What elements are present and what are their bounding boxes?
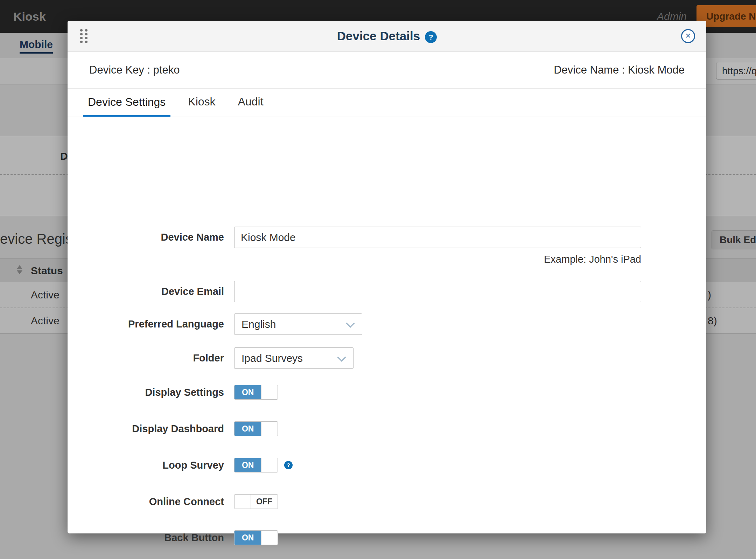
chevron-down-icon bbox=[337, 353, 346, 361]
toggle-knob bbox=[234, 495, 251, 509]
toggle-on-label: ON bbox=[234, 422, 261, 436]
display-settings-toggle[interactable]: ON bbox=[234, 385, 278, 400]
modal-title-text: Device Details bbox=[337, 29, 420, 43]
tab-kiosk[interactable]: Kiosk bbox=[183, 89, 220, 117]
device-key-text: Device Key : pteko bbox=[89, 52, 180, 88]
toggle-knob bbox=[261, 458, 278, 472]
preferred-language-label: Preferred Language bbox=[68, 313, 224, 335]
device-email-label: Device Email bbox=[68, 281, 224, 302]
tab-device-settings[interactable]: Device Settings bbox=[83, 89, 170, 117]
modal-tab-bar: Device Settings Kiosk Audit bbox=[68, 89, 706, 117]
modal-title: Device Details? bbox=[68, 21, 706, 51]
online-connect-toggle[interactable]: OFF bbox=[234, 494, 278, 509]
toggle-on-label: ON bbox=[234, 531, 261, 545]
modal-subheader: Device Key : pteko Device Name : Kiosk M… bbox=[68, 52, 706, 89]
modal-header: Device Details? ✕ bbox=[68, 21, 706, 52]
loop-survey-label: Loop Survey bbox=[68, 458, 224, 472]
toggle-off-label: OFF bbox=[251, 495, 278, 509]
device-name-label: Device Name bbox=[68, 227, 224, 248]
preferred-language-value: English bbox=[241, 314, 276, 334]
loop-survey-toggle[interactable]: ON bbox=[234, 458, 278, 472]
device-name-text: Device Name : Kiosk Mode bbox=[554, 52, 685, 88]
back-button-label: Back Button bbox=[68, 530, 224, 545]
folder-select[interactable]: Ipad Surveys bbox=[234, 347, 354, 369]
back-button-toggle[interactable]: ON bbox=[234, 530, 278, 545]
close-icon[interactable]: ✕ bbox=[681, 29, 695, 43]
toggle-knob bbox=[261, 422, 278, 436]
online-connect-label: Online Connect bbox=[68, 494, 224, 509]
device-details-modal: Device Details? ✕ Device Key : pteko Dev… bbox=[68, 21, 706, 533]
preferred-language-select[interactable]: English bbox=[234, 313, 362, 335]
toggle-knob bbox=[261, 385, 278, 399]
toggle-on-label: ON bbox=[234, 385, 261, 399]
modal-form: Device Name Example: John's iPad Device … bbox=[68, 117, 706, 534]
modal-help-icon[interactable]: ? bbox=[425, 31, 437, 43]
chevron-down-icon bbox=[346, 319, 355, 327]
toggle-knob bbox=[261, 531, 278, 545]
device-email-input[interactable] bbox=[234, 281, 641, 302]
folder-value: Ipad Surveys bbox=[241, 348, 303, 368]
display-dashboard-toggle[interactable]: ON bbox=[234, 421, 278, 436]
folder-label: Folder bbox=[68, 347, 224, 369]
loop-survey-help-icon[interactable]: ? bbox=[284, 461, 293, 469]
device-name-helper: Example: John's iPad bbox=[234, 254, 641, 265]
display-settings-label: Display Settings bbox=[68, 385, 224, 400]
device-name-input[interactable] bbox=[234, 227, 641, 248]
display-dashboard-label: Display Dashboard bbox=[68, 421, 224, 436]
tab-audit[interactable]: Audit bbox=[233, 89, 268, 117]
toggle-on-label: ON bbox=[234, 458, 261, 472]
